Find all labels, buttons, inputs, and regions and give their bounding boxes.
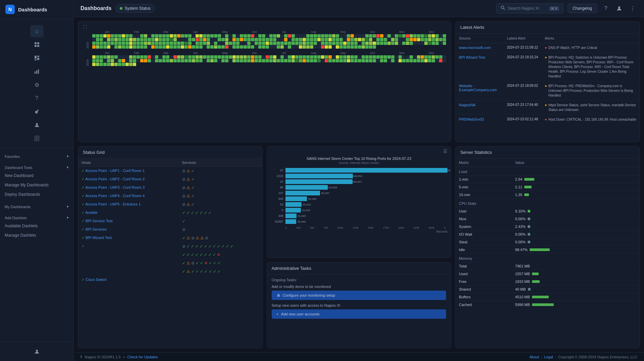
heatmap-cell[interactable] — [395, 59, 398, 62]
heatmap-cell[interactable] — [114, 63, 118, 66]
heatmap-cell[interactable] — [369, 55, 372, 59]
heatmap-cell[interactable] — [207, 55, 210, 59]
heatmap-cell[interactable] — [288, 45, 291, 49]
heatmap-cell[interactable] — [384, 34, 387, 38]
heatmap-cell[interactable] — [269, 59, 273, 62]
heatmap-cell[interactable] — [398, 34, 402, 38]
heatmap-cell[interactable] — [288, 59, 291, 62]
heatmap-cell[interactable] — [100, 59, 103, 62]
heatmap-cell[interactable] — [373, 38, 376, 41]
heatmap-cell[interactable] — [232, 34, 236, 38]
heatmap-cell[interactable] — [336, 42, 339, 45]
heatmap-cell[interactable] — [332, 55, 335, 59]
heatmap-cell[interactable] — [424, 34, 428, 38]
heatmap-cell[interactable] — [373, 45, 376, 49]
heatmap-cell[interactable] — [273, 45, 276, 49]
heatmap-cell[interactable] — [317, 45, 321, 49]
heatmap-cell[interactable] — [214, 38, 217, 41]
heatmap-cell[interactable] — [362, 34, 365, 38]
heatmap-cell[interactable] — [114, 59, 118, 62]
heatmap-cell[interactable] — [140, 34, 144, 38]
heatmap-cell[interactable] — [133, 63, 136, 66]
heatmap-cell[interactable] — [325, 42, 328, 45]
heatmap-cell[interactable] — [347, 55, 350, 59]
heatmap-cell[interactable] — [192, 59, 195, 62]
heatmap-cell[interactable] — [291, 34, 295, 38]
heatmap-cell[interactable] — [291, 55, 295, 59]
heatmap-cell[interactable] — [225, 45, 228, 49]
alert-source-link[interactable]: NagiosNA — [459, 103, 476, 107]
host-name-link[interactable]: Ansible — [85, 210, 97, 215]
heatmap-cell[interactable] — [232, 55, 236, 59]
heatmap-cell[interactable] — [310, 42, 313, 45]
heatmap-cell[interactable] — [151, 45, 155, 49]
heatmap-cell[interactable] — [280, 42, 284, 45]
user-profile-icon[interactable] — [614, 4, 624, 13]
heatmap-cell[interactable] — [328, 38, 332, 41]
heatmap-cell[interactable] — [417, 34, 420, 38]
heatmap-cell[interactable] — [295, 38, 299, 41]
heatmap-cell[interactable] — [210, 45, 214, 49]
heatmap-cell[interactable] — [284, 59, 287, 62]
heatmap-cell[interactable] — [177, 42, 180, 45]
heatmap-cell[interactable] — [395, 42, 398, 45]
heatmap-cell[interactable] — [148, 34, 151, 38]
heatmap-cell[interactable] — [218, 42, 221, 45]
heatmap-cell[interactable] — [280, 45, 284, 49]
heatmap-cell[interactable] — [100, 45, 103, 49]
heatmap-cell[interactable] — [262, 38, 265, 41]
heatmap-cell[interactable] — [299, 42, 302, 45]
heatmap-cell[interactable] — [325, 55, 328, 59]
heatmap-cell[interactable] — [347, 34, 350, 38]
heatmap-cell[interactable] — [107, 59, 110, 62]
heatmap-cell[interactable] — [343, 34, 346, 38]
heatmap-cell[interactable] — [107, 42, 110, 45]
heatmap-cell[interactable] — [207, 59, 210, 62]
heatmap-cell[interactable] — [314, 34, 317, 38]
heatmap-cell[interactable] — [181, 55, 184, 59]
dashboard-tools-header[interactable]: Dashboard Tools ▾ — [0, 163, 73, 171]
heatmap-cell[interactable] — [236, 45, 239, 49]
status-scroll[interactable]: Hosts Services ✓ Access Point - UAP1 - C… — [78, 159, 262, 284]
heatmap-cell[interactable] — [255, 38, 258, 41]
heatmap-cell[interactable] — [170, 55, 173, 59]
heatmap-cell[interactable] — [439, 55, 442, 59]
heatmap-cell[interactable] — [251, 59, 254, 62]
heatmap-cell[interactable] — [251, 38, 254, 41]
heatmap-cell[interactable] — [365, 45, 369, 49]
heatmap-cell[interactable] — [96, 63, 99, 66]
heatmap-cell[interactable] — [203, 59, 206, 62]
heatmap-cell[interactable] — [100, 38, 103, 41]
heatmap-cell[interactable] — [188, 38, 192, 41]
heatmap-cell[interactable] — [421, 42, 424, 45]
add-users-button[interactable]: + Add new user accounts — [272, 309, 446, 319]
heatmap-cell[interactable] — [162, 55, 166, 59]
heatmap-cell[interactable] — [162, 42, 166, 45]
heatmap-cell[interactable] — [417, 55, 420, 59]
heatmap-cell[interactable] — [369, 34, 372, 38]
heatmap-cell[interactable] — [351, 55, 354, 59]
heatmap-cell[interactable] — [373, 34, 376, 38]
heatmap-cell[interactable] — [125, 38, 129, 41]
heatmap-cell[interactable] — [122, 42, 125, 45]
heatmap-cell[interactable] — [258, 59, 262, 62]
heatmap-cell[interactable] — [137, 42, 140, 45]
heatmap-cell[interactable] — [114, 42, 118, 45]
heatmap-cell[interactable] — [306, 59, 310, 62]
heatmap-cell[interactable] — [336, 59, 339, 62]
heatmap-cell[interactable] — [395, 38, 398, 41]
heatmap-cell[interactable] — [103, 63, 107, 66]
heatmap-cell[interactable] — [240, 38, 243, 41]
heatmap-cell[interactable] — [144, 59, 147, 62]
heatmap-cell[interactable] — [284, 34, 287, 38]
heatmap-cell[interactable] — [103, 42, 107, 45]
heatmap-cell[interactable] — [284, 38, 287, 41]
heatmap-cell[interactable] — [155, 45, 158, 49]
heatmap-cell[interactable] — [413, 55, 417, 59]
nav-user-profile-icon[interactable] — [30, 346, 44, 358]
heatmap-cell[interactable] — [192, 34, 195, 38]
heatmap-cell[interactable] — [255, 55, 258, 59]
heatmap-cell[interactable] — [421, 38, 424, 41]
heatmap-cell[interactable] — [262, 59, 265, 62]
heatmap-cell[interactable] — [247, 59, 251, 62]
